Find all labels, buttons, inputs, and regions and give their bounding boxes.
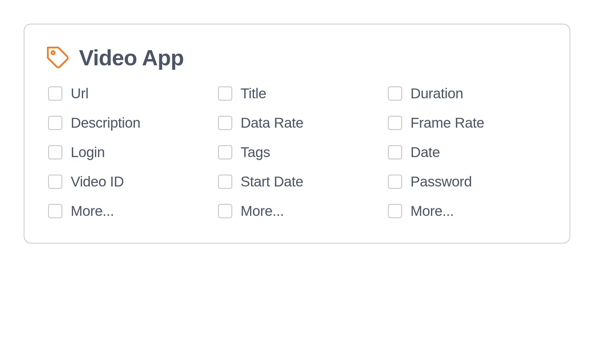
checkbox-item-more-3: More...	[388, 203, 546, 219]
checkbox-duration[interactable]	[388, 86, 402, 101]
checkbox-item-url: Url	[48, 85, 206, 102]
checkbox-title[interactable]	[218, 86, 232, 101]
checkbox-label: Description	[71, 115, 140, 131]
checkbox-label: More...	[410, 203, 454, 219]
checkbox-more-1[interactable]	[48, 204, 62, 218]
checkbox-label: More...	[71, 203, 114, 219]
checkbox-label: Url	[71, 85, 89, 102]
checkbox-more-2[interactable]	[218, 204, 232, 218]
checkbox-item-description: Description	[48, 115, 206, 131]
checkbox-date[interactable]	[388, 145, 402, 159]
card-header: Video App	[46, 45, 546, 70]
checkbox-grid: Url Title Duration Description Data Rate…	[48, 85, 546, 219]
checkbox-item-frame-rate: Frame Rate	[388, 115, 546, 131]
checkbox-label: More...	[241, 203, 284, 219]
checkbox-label: Tags	[241, 144, 270, 160]
checkbox-video-id[interactable]	[48, 175, 62, 189]
checkbox-tags[interactable]	[218, 145, 232, 159]
checkbox-label: Data Rate	[241, 115, 304, 131]
checkbox-label: Login	[71, 144, 105, 160]
checkbox-description[interactable]	[48, 116, 62, 130]
checkbox-item-more-2: More...	[218, 203, 376, 219]
video-app-card: Video App Url Title Duration Description…	[24, 24, 570, 243]
checkbox-label: Duration	[410, 85, 463, 102]
checkbox-item-password: Password	[388, 173, 546, 190]
card-title: Video App	[79, 45, 184, 70]
tag-icon	[46, 45, 71, 70]
checkbox-more-3[interactable]	[388, 204, 402, 218]
checkbox-label: Start Date	[241, 173, 303, 190]
checkbox-url[interactable]	[48, 86, 62, 101]
checkbox-item-date: Date	[388, 144, 546, 160]
checkbox-item-start-date: Start Date	[218, 173, 376, 190]
checkbox-item-title: Title	[218, 85, 376, 102]
checkbox-item-login: Login	[48, 144, 206, 160]
checkbox-label: Date	[410, 144, 440, 160]
checkbox-password[interactable]	[388, 175, 402, 189]
checkbox-label: Title	[241, 85, 266, 102]
checkbox-item-video-id: Video ID	[48, 173, 206, 190]
checkbox-label: Video ID	[71, 173, 124, 190]
checkbox-item-data-rate: Data Rate	[218, 115, 376, 131]
checkbox-data-rate[interactable]	[218, 116, 232, 130]
checkbox-label: Password	[410, 173, 472, 190]
checkbox-frame-rate[interactable]	[388, 116, 402, 130]
svg-point-0	[51, 51, 55, 54]
checkbox-item-more-1: More...	[48, 203, 206, 219]
checkbox-start-date[interactable]	[218, 175, 232, 189]
checkbox-item-tags: Tags	[218, 144, 376, 160]
checkbox-label: Frame Rate	[410, 115, 484, 131]
checkbox-login[interactable]	[48, 145, 62, 159]
checkbox-item-duration: Duration	[388, 85, 546, 102]
